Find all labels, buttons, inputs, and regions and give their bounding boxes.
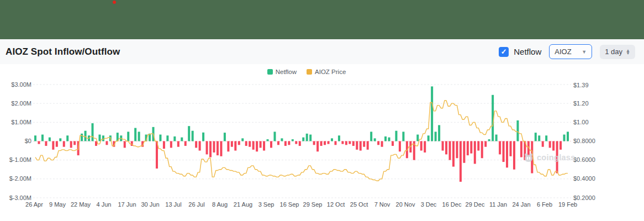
netflow-bar[interactable] — [299, 141, 301, 146]
netflow-bar[interactable] — [38, 141, 40, 144]
netflow-bar[interactable] — [399, 141, 401, 152]
netflow-bar[interactable] — [195, 141, 197, 148]
netflow-bar[interactable] — [238, 141, 240, 145]
interval-select[interactable]: 1 day ▲ ▼ — [600, 45, 635, 59]
netflow-bar[interactable] — [98, 135, 101, 141]
netflow-bar[interactable] — [402, 131, 404, 141]
netflow-bar[interactable] — [252, 141, 255, 150]
netflow-bar[interactable] — [163, 141, 165, 149]
netflow-bar[interactable] — [470, 141, 472, 154]
netflow-bar[interactable] — [227, 141, 229, 152]
netflow-bar[interactable] — [484, 141, 487, 147]
netflow-bar[interactable] — [134, 128, 136, 141]
netflow-bar[interactable] — [59, 138, 61, 141]
netflow-bar[interactable] — [70, 141, 72, 148]
netflow-bar[interactable] — [377, 141, 379, 145]
netflow-bar[interactable] — [249, 141, 251, 147]
netflow-bar[interactable] — [320, 141, 323, 146]
netflow-bar[interactable] — [256, 141, 258, 152]
netflow-bar[interactable] — [467, 141, 469, 156]
netflow-bar[interactable] — [392, 141, 394, 146]
netflow-bar[interactable] — [177, 141, 180, 147]
netflow-bar[interactable] — [509, 141, 511, 156]
netflow-bar[interactable] — [263, 141, 265, 151]
netflow-bar[interactable] — [188, 126, 190, 141]
netflow-bar[interactable] — [73, 141, 76, 145]
netflow-bar[interactable] — [474, 141, 476, 164]
netflow-bar[interactable] — [448, 141, 451, 160]
netflow-bar[interactable] — [328, 141, 330, 144]
netflow-bar[interactable] — [127, 131, 129, 141]
netflow-bar[interactable] — [520, 141, 522, 157]
netflow-bar[interactable] — [273, 131, 276, 141]
netflow-bar[interactable] — [503, 141, 505, 162]
netflow-checkbox[interactable]: ✓ — [499, 47, 509, 57]
netflow-bar[interactable] — [331, 138, 333, 141]
netflow-bar[interactable] — [260, 141, 262, 148]
netflow-bar[interactable] — [234, 141, 236, 151]
netflow-bar[interactable] — [66, 135, 68, 141]
netflow-bar[interactable] — [563, 135, 566, 141]
netflow-bar[interactable] — [281, 138, 283, 141]
netflow-bar[interactable] — [334, 141, 336, 145]
netflow-bar[interactable] — [85, 131, 87, 141]
netflow-bar[interactable] — [552, 141, 555, 151]
netflow-bar[interactable] — [545, 135, 547, 141]
netflow-bar[interactable] — [184, 141, 187, 146]
netflow-bar[interactable] — [481, 141, 483, 159]
netflow-bar[interactable] — [345, 141, 347, 145]
netflow-bar[interactable] — [352, 141, 355, 146]
netflow-bar[interactable] — [105, 141, 108, 145]
netflow-bar[interactable] — [360, 141, 362, 151]
netflow-bar[interactable] — [538, 135, 540, 141]
netflow-bar[interactable] — [435, 131, 437, 141]
netflow-bar[interactable] — [384, 136, 387, 141]
netflow-bar[interactable] — [488, 139, 490, 141]
netflow-bar[interactable] — [267, 139, 269, 141]
netflow-bar[interactable] — [206, 141, 208, 155]
netflow-bar[interactable] — [245, 141, 247, 146]
netflow-bar[interactable] — [388, 138, 390, 141]
netflow-bar[interactable] — [506, 141, 508, 168]
netflow-bar[interactable] — [341, 141, 344, 144]
netflow-bar[interactable] — [49, 138, 51, 141]
netflow-bar[interactable] — [427, 135, 430, 141]
netflow-bar[interactable] — [34, 135, 36, 141]
netflow-bar[interactable] — [445, 141, 447, 155]
netflow-bar[interactable] — [367, 141, 369, 150]
netflow-bar[interactable] — [324, 141, 326, 145]
netflow-bar[interactable] — [277, 141, 279, 145]
netflow-bar[interactable] — [209, 141, 212, 157]
netflow-bar[interactable] — [356, 141, 358, 150]
netflow-bar[interactable] — [192, 131, 194, 141]
netflow-bar[interactable] — [559, 141, 562, 150]
netflow-bar[interactable] — [288, 141, 290, 145]
netflow-bar[interactable] — [92, 123, 94, 141]
aioz-price-line[interactable] — [35, 101, 568, 181]
netflow-bar[interactable] — [424, 141, 426, 153]
netflow-bar[interactable] — [170, 141, 172, 148]
netflow-bar[interactable] — [416, 135, 419, 141]
netflow-bar[interactable] — [431, 86, 433, 141]
netflow-bar[interactable] — [220, 141, 222, 156]
netflow-bar[interactable] — [420, 141, 423, 151]
netflow-bar[interactable] — [374, 138, 376, 141]
netflow-bar[interactable] — [316, 141, 319, 152]
netflow-bar[interactable] — [549, 141, 551, 148]
netflow-bar[interactable] — [217, 141, 219, 156]
netflow-bar[interactable] — [363, 141, 365, 147]
netflow-bar[interactable] — [231, 141, 233, 147]
coin-select[interactable]: AIOZ ▼ — [549, 44, 592, 59]
netflow-bar[interactable] — [438, 125, 440, 141]
netflow-bar[interactable] — [460, 141, 462, 182]
netflow-bar[interactable] — [138, 131, 140, 141]
netflow-bar[interactable] — [442, 141, 444, 151]
netflow-bar[interactable] — [270, 141, 272, 148]
netflow-bar[interactable] — [516, 120, 519, 141]
netflow-bar[interactable] — [124, 141, 126, 148]
netflow-bar[interactable] — [295, 141, 297, 144]
netflow-bar[interactable] — [338, 135, 340, 141]
netflow-bar[interactable] — [302, 138, 304, 141]
netflow-bar[interactable] — [241, 138, 244, 141]
netflow-bar[interactable] — [292, 139, 294, 141]
